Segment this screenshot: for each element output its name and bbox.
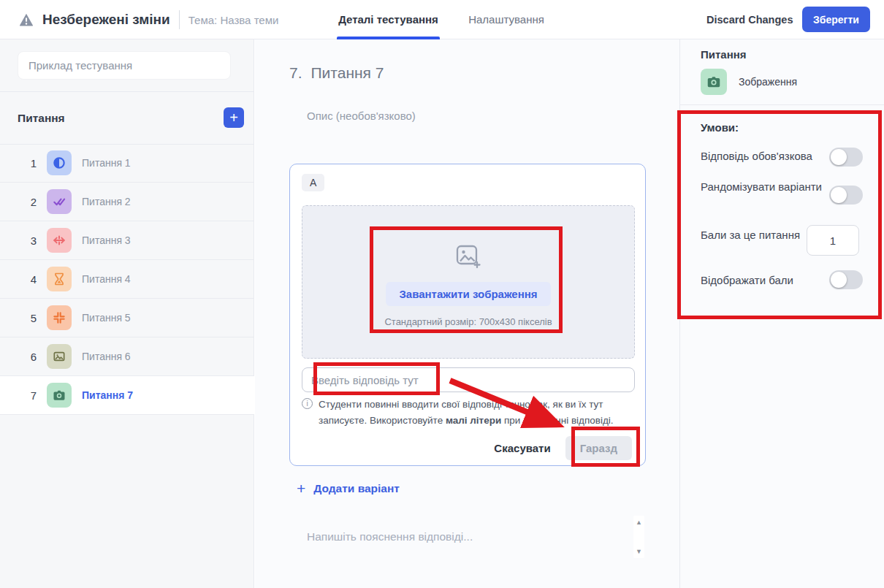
swap-arrows-icon (47, 228, 72, 253)
sidebar-item-question-7[interactable]: 7 Питання 7 (0, 376, 254, 415)
collapse-arrows-icon (47, 305, 72, 330)
info-icon: i (302, 398, 313, 409)
toggle-knob (831, 187, 847, 203)
conditions-title: Умови: (701, 121, 739, 134)
image-size-hint: Стандартний розмір: 700x430 пікселів (384, 316, 552, 327)
cancel-button[interactable]: Скасувати (494, 442, 550, 454)
panel-divider (680, 104, 884, 105)
quiz-editor-app: Незбережені зміни Тема: Назва теми Детал… (0, 0, 884, 588)
question-label: Питання 7 (82, 376, 133, 415)
required-answer-toggle[interactable] (829, 148, 863, 167)
question-type-label: Зображення (739, 76, 797, 88)
answer-text-input[interactable] (302, 367, 635, 392)
question-heading: 7.Питання 7 (289, 64, 384, 82)
question-label: Питання 5 (82, 299, 131, 337)
questions-sidebar: Питання + 1 Питання 1 2 Питання 2 3 Пита… (0, 39, 254, 588)
questions-section-title: Питання (18, 112, 65, 125)
sidebar-item-question-5[interactable]: 5 Питання 5 (0, 299, 254, 337)
scroll-up-icon[interactable]: ▲ (633, 519, 644, 526)
camera-icon (701, 69, 727, 95)
picture-icon (47, 344, 72, 369)
points-input[interactable] (807, 225, 859, 256)
question-editor: 7.Питання 7 Опис (необов'язково) A Заван… (255, 39, 679, 588)
header-left: Незбережені зміни Тема: Назва теми (19, 0, 278, 39)
sidebar-item-question-4[interactable]: 4 Питання 4 (0, 260, 254, 299)
add-question-button[interactable]: + (224, 107, 244, 128)
double-check-icon (47, 189, 72, 214)
randomize-options-toggle[interactable] (829, 186, 863, 205)
sidebar-item-question-6[interactable]: 6 Питання 6 (0, 337, 254, 376)
answer-option-card: A Завантажити зображення Стандартний роз… (289, 164, 646, 466)
tab-test-details[interactable]: Деталі тестування (337, 0, 440, 39)
show-points-label: Відображати бали (701, 272, 825, 290)
card-footer: Скасувати Гаразд (494, 436, 632, 460)
required-answer-label: Відповідь обов'язкова (701, 148, 825, 166)
question-label: Питання 6 (82, 337, 131, 376)
question-label: Питання 1 (82, 144, 131, 183)
save-button[interactable]: Зберегти (802, 7, 870, 32)
description-placeholder[interactable]: Опис (необов'язково) (307, 110, 416, 122)
sidebar-divider (0, 91, 254, 92)
test-name-input[interactable] (18, 51, 231, 80)
question-label: Питання 4 (82, 260, 131, 299)
warning-icon (19, 13, 34, 26)
question-settings-panel: Питання Зображення Умови: Відповідь обов… (679, 39, 884, 588)
question-label: Питання 2 (82, 183, 131, 221)
active-tab-underline (337, 37, 440, 39)
topic-label: Тема: Назва теми (188, 14, 279, 26)
discard-changes-button[interactable]: Discard Changes (706, 0, 793, 39)
answer-hint: i Студенти повинні вводити свої відповід… (302, 397, 628, 428)
image-plus-icon (454, 244, 482, 270)
panel-title: Питання (701, 48, 747, 61)
toggle-knob (831, 149, 847, 165)
sidebar-item-question-2[interactable]: 2 Питання 2 (0, 183, 254, 221)
explanation-placeholder: Напишіть пояснення відповіді... (307, 530, 473, 543)
header-divider (179, 10, 180, 29)
contrast-icon (47, 150, 72, 175)
answer-hint-text: Студенти повинні вводити свої відповіді … (319, 397, 628, 428)
explanation-textarea[interactable]: Напишіть пояснення відповіді... ▲ ▼ (301, 513, 644, 564)
sidebar-item-question-1[interactable]: 1 Питання 1 (0, 144, 254, 183)
scroll-down-icon[interactable]: ▼ (633, 548, 644, 555)
question-label: Питання 3 (82, 221, 131, 260)
show-points-toggle[interactable] (829, 270, 863, 289)
camera-icon (47, 383, 72, 408)
explanation-scrollbar[interactable]: ▲ ▼ (633, 516, 644, 558)
toggle-knob (831, 272, 847, 288)
option-letter-chip: A (302, 174, 324, 191)
top-bar: Незбережені зміни Тема: Назва теми Детал… (0, 0, 884, 39)
tab-settings[interactable]: Налаштування (465, 0, 547, 39)
unsaved-changes-label: Незбережені зміни (42, 12, 170, 28)
upload-image-button[interactable]: Завантажити зображення (386, 282, 550, 306)
image-upload-dropzone[interactable]: Завантажити зображення Стандартний розмі… (302, 205, 635, 359)
hourglass-icon (47, 267, 72, 291)
randomize-options-label: Рандомізувати варіанти (701, 178, 825, 196)
sidebar-item-question-3[interactable]: 3 Питання 3 (0, 221, 254, 260)
ok-button[interactable]: Гаразд (565, 436, 632, 460)
add-option-button[interactable]: + Додати варіант (297, 481, 400, 496)
plus-icon: + (297, 481, 305, 496)
